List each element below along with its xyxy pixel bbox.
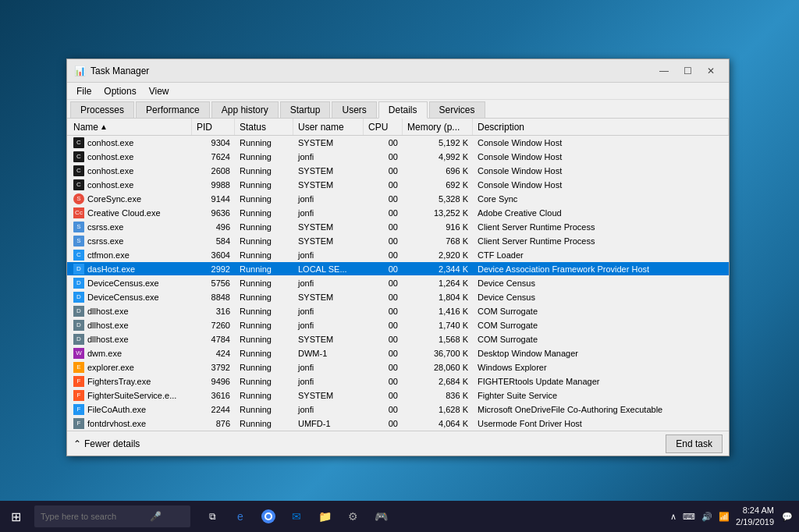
process-status: Running — [235, 403, 293, 416]
table-row[interactable]: S csrss.exe 496 Running SYSTEM 00 916 K … — [67, 220, 729, 234]
table-row[interactable]: C ctfmon.exe 3604 Running jonfi 00 2,920… — [67, 248, 729, 262]
task-view-icon[interactable]: ⧉ — [200, 501, 225, 532]
network-icon[interactable]: 📶 — [719, 512, 730, 522]
maximize-button[interactable]: ☐ — [676, 59, 699, 83]
table-row[interactable]: F fontdrvhost.exe 876 Running UMFD-1 00 … — [67, 417, 729, 431]
process-desc: Fighter Suite Service — [473, 388, 729, 402]
notification-icon[interactable]: 💬 — [782, 512, 793, 522]
task-manager-window: 📊 Task Manager — ☐ ✕ File Options View P… — [66, 59, 730, 456]
table-row[interactable]: C conhost.exe 9304 Running SYSTEM 00 5,1… — [67, 136, 729, 150]
table-row[interactable]: D dllhost.exe 4784 Running SYSTEM 00 1,5… — [67, 332, 729, 346]
process-user: SYSTEM — [293, 136, 364, 149]
tab-details[interactable]: Details — [378, 101, 428, 119]
taskbar-search[interactable]: 🎤 — [34, 505, 190, 527]
game-icon[interactable]: 🎮 — [368, 501, 393, 532]
process-icon: F — [73, 418, 84, 429]
process-desc: Usermode Font Driver Host — [473, 417, 729, 430]
search-input[interactable] — [41, 512, 150, 521]
col-desc[interactable]: Description — [473, 119, 729, 135]
menu-file[interactable]: File — [70, 84, 98, 98]
table-row[interactable]: S CoreSync.exe 9144 Running jonfi 00 5,3… — [67, 192, 729, 206]
end-task-button[interactable]: End task — [666, 434, 723, 453]
table-body[interactable]: C conhost.exe 9304 Running SYSTEM 00 5,1… — [67, 136, 729, 431]
process-pid: 4784 — [192, 332, 235, 346]
tab-users[interactable]: Users — [332, 101, 376, 118]
col-memory[interactable]: Memory (p... — [403, 119, 473, 135]
process-desc: Device Census — [473, 276, 729, 289]
table-row[interactable]: F FightersTray.exe 9496 Running jonfi 00… — [67, 374, 729, 388]
start-button[interactable]: ⊞ — [0, 501, 31, 532]
tab-startup[interactable]: Startup — [280, 101, 331, 118]
process-cpu: 00 — [364, 332, 403, 346]
col-cpu[interactable]: CPU — [364, 119, 403, 135]
process-user: jonfi — [293, 304, 364, 317]
explorer-icon[interactable]: 📁 — [312, 501, 337, 532]
process-memory: 836 K — [403, 388, 473, 402]
table-row[interactable]: C conhost.exe 9988 Running SYSTEM 00 692… — [67, 178, 729, 192]
tab-performance[interactable]: Performance — [136, 101, 210, 118]
process-icon: S — [73, 193, 84, 204]
process-icon: D — [73, 320, 84, 331]
table-row[interactable]: C conhost.exe 7624 Running jonfi 00 4,99… — [67, 150, 729, 164]
process-status: Running — [235, 136, 293, 149]
process-desc: COM Surrogate — [473, 332, 729, 346]
process-name: D dllhost.exe — [67, 332, 192, 346]
table-row[interactable]: D dllhost.exe 316 Running jonfi 00 1,416… — [67, 304, 729, 318]
tab-app-history[interactable]: App history — [211, 101, 279, 118]
process-icon: C — [73, 179, 84, 190]
table-row[interactable]: D DeviceCensus.exe 8848 Running SYSTEM 0… — [67, 290, 729, 304]
table-row[interactable]: E explorer.exe 3792 Running jonfi 00 28,… — [67, 360, 729, 374]
desktop: 📊 Task Manager — ☐ ✕ File Options View P… — [0, 0, 799, 532]
table-row[interactable]: F FighterSuiteService.e... 3616 Running … — [67, 388, 729, 403]
process-icon: D — [73, 306, 84, 317]
table-row[interactable]: W dwm.exe 424 Running DWM-1 00 36,700 K … — [67, 346, 729, 360]
edge-icon[interactable]: e — [228, 501, 253, 532]
process-name: F FileCoAuth.exe — [67, 403, 192, 416]
table-row[interactable]: Cc Creative Cloud.exe 9636 Running jonfi… — [67, 206, 729, 220]
table-row[interactable]: C conhost.exe 2608 Running SYSTEM 00 696… — [67, 164, 729, 178]
window-title: Task Manager — [91, 66, 652, 76]
process-icon: F — [73, 376, 84, 387]
process-pid: 2992 — [192, 262, 235, 275]
process-name: C conhost.exe — [67, 178, 192, 191]
volume-icon[interactable]: 🔊 — [701, 512, 712, 522]
tab-services[interactable]: Services — [429, 101, 485, 118]
process-status: Running — [235, 332, 293, 346]
table-row[interactable]: D dllhost.exe 7260 Running jonfi 00 1,74… — [67, 318, 729, 332]
process-pid: 584 — [192, 234, 235, 247]
menu-view[interactable]: View — [143, 84, 176, 98]
process-memory: 916 K — [403, 220, 473, 233]
settings-icon[interactable]: ⚙ — [340, 501, 365, 532]
close-button[interactable]: ✕ — [699, 59, 723, 83]
menu-options[interactable]: Options — [98, 84, 142, 98]
tabs-bar: Processes Performance App history Startu… — [67, 100, 729, 119]
process-user: jonfi — [293, 276, 364, 289]
process-icon: S — [73, 222, 84, 232]
process-desc: Adobe Creative Cloud — [473, 206, 729, 219]
mail-icon[interactable]: ✉ — [284, 501, 309, 532]
process-desc: Core Sync — [473, 192, 729, 205]
col-name[interactable]: Name▲ — [67, 119, 192, 135]
col-status[interactable]: Status — [235, 119, 293, 135]
process-name: D dllhost.exe — [67, 318, 192, 332]
tab-processes[interactable]: Processes — [70, 101, 134, 118]
col-pid[interactable]: PID — [192, 119, 235, 135]
process-desc: Console Window Host — [473, 136, 729, 149]
process-memory: 696 K — [403, 164, 473, 177]
table-header: Name▲ PID Status User name CPU Memory (p… — [67, 119, 729, 136]
process-user: jonfi — [293, 374, 364, 388]
table-row[interactable]: F FileCoAuth.exe 2244 Running jonfi 00 1… — [67, 403, 729, 417]
table-row[interactable]: D dasHost.exe 2992 Running LOCAL SE... 0… — [67, 262, 729, 276]
minimize-button[interactable]: — — [652, 59, 676, 83]
process-icon: D — [73, 334, 84, 345]
col-user[interactable]: User name — [293, 119, 364, 135]
fewer-details-label: Fewer details — [84, 438, 140, 449]
process-status: Running — [235, 388, 293, 402]
chrome-icon[interactable] — [256, 501, 281, 532]
system-tray-arrow[interactable]: ∧ — [670, 512, 676, 522]
fewer-details-button[interactable]: ⌃ Fewer details — [73, 438, 140, 449]
table-row[interactable]: S csrss.exe 584 Running SYSTEM 00 768 K … — [67, 234, 729, 248]
taskbar-clock[interactable]: 8:24 AM 2/19/2019 — [736, 505, 774, 529]
table-row[interactable]: D DeviceCensus.exe 5756 Running jonfi 00… — [67, 276, 729, 290]
svg-point-2 — [266, 514, 271, 519]
